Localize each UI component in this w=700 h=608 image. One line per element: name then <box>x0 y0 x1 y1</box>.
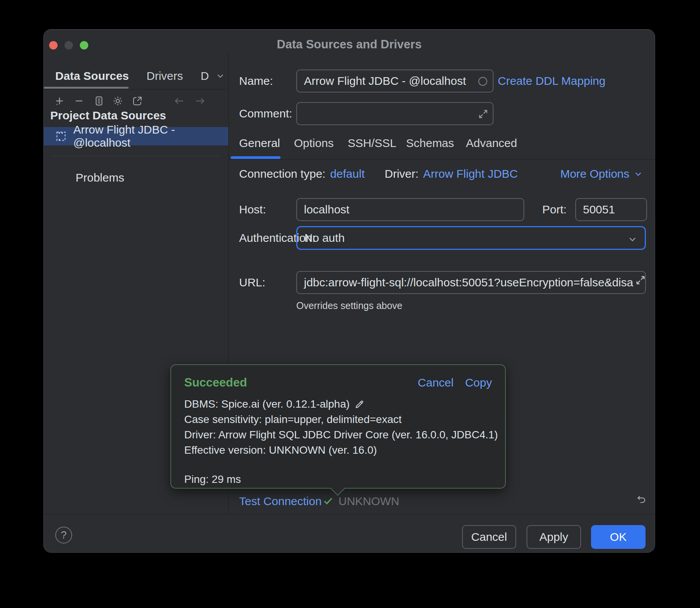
dialog-title: Data Sources and Drivers <box>44 37 655 52</box>
tab-ddl-mappings-truncated[interactable]: D <box>201 69 209 83</box>
tab-drivers[interactable]: Drivers <box>147 69 183 83</box>
cancel-button[interactable]: Cancel <box>462 525 516 549</box>
data-sources-dialog: Data Sources and Drivers Data Sources Dr… <box>43 29 655 553</box>
sidebar-item-problems[interactable]: Problems <box>76 171 124 185</box>
url-value: jdbc:arrow-flight-sql://localhost:50051?… <box>304 276 633 289</box>
apply-button[interactable]: Apply <box>527 525 581 549</box>
driver-label: Driver: <box>385 167 418 180</box>
ok-button[interactable]: OK <box>591 525 646 549</box>
host-label: Host: <box>239 203 266 216</box>
check-icon <box>322 495 334 507</box>
footer-divider <box>44 514 655 514</box>
tab-general[interactable]: General <box>239 136 280 150</box>
url-input[interactable]: jdbc:arrow-flight-sql://localhost:50051?… <box>296 271 646 294</box>
authentication-select[interactable]: No auth <box>296 226 646 250</box>
back-arrow-icon[interactable] <box>173 94 186 107</box>
connection-status-text: UNKNOWN <box>338 494 399 508</box>
comment-input[interactable] <box>296 102 494 125</box>
help-button[interactable]: ? <box>55 527 72 544</box>
data-source-icon <box>55 131 67 142</box>
tab-ssh-ssl[interactable]: SSH/SSL <box>348 136 396 150</box>
name-label: Name: <box>239 74 273 88</box>
host-input[interactable]: localhost <box>296 198 524 221</box>
create-ddl-mapping-link[interactable]: Create DDL Mapping <box>498 74 606 88</box>
expand-comment-icon[interactable] <box>477 108 489 120</box>
add-data-source-icon[interactable] <box>53 94 66 107</box>
chevron-down-icon <box>627 234 638 245</box>
test-connection-result-popup: Succeeded Cancel Copy DBMS: Spice.ai (ve… <box>170 364 506 489</box>
url-hint: Overrides settings above <box>296 299 403 312</box>
test-connection-link[interactable]: Test Connection <box>239 494 322 508</box>
data-source-name: Arrow Flight JDBC - @localhost <box>73 123 228 149</box>
popup-driver-line: Driver: Arrow Flight SQL JDBC Driver Cor… <box>184 427 492 443</box>
duplicate-icon[interactable] <box>92 94 106 107</box>
port-label: Port: <box>542 203 566 216</box>
forward-arrow-icon[interactable] <box>193 94 206 107</box>
url-label: URL: <box>239 276 265 289</box>
revert-undo-icon[interactable] <box>635 493 648 506</box>
sidebar-tabs: Data Sources Drivers D <box>55 67 225 85</box>
popup-version-line: Effective version: UNKNOWN (ver. 16.0) <box>184 443 492 458</box>
tab-schemas[interactable]: Schemas <box>406 136 454 150</box>
popup-ping-line: Ping: 29 ms <box>184 472 492 487</box>
expand-url-icon[interactable] <box>635 274 646 286</box>
sidebar-section-header: Project Data Sources <box>50 109 166 122</box>
sidebar-tabs-divider <box>44 89 228 89</box>
active-tab-underline <box>44 87 129 89</box>
port-input[interactable]: 50051 <box>575 198 647 221</box>
settings-gear-icon[interactable] <box>111 94 124 107</box>
more-options-link[interactable]: More Options <box>560 167 643 181</box>
comment-label: Comment: <box>239 107 292 121</box>
remove-data-source-icon[interactable] <box>73 94 86 107</box>
open-in-window-icon[interactable] <box>131 94 144 107</box>
popup-copy-link[interactable]: Copy <box>465 376 492 389</box>
popup-case-line: Case sensitivity: plain=upper, delimited… <box>184 412 492 427</box>
tab-advanced[interactable]: Advanced <box>466 136 517 150</box>
port-value: 50051 <box>583 203 615 216</box>
authentication-value: No auth <box>304 231 345 245</box>
popup-cancel-link[interactable]: Cancel <box>418 376 454 389</box>
chevron-down-icon <box>633 169 643 179</box>
name-value: Arrow Flight JDBC - @localhost <box>304 74 466 88</box>
name-progress-circle-icon <box>477 76 488 87</box>
data-source-list-item-selected[interactable]: Arrow Flight JDBC - @localhost <box>44 127 228 145</box>
connection-type-value-link[interactable]: default <box>330 167 365 180</box>
connection-type-row: Connection type: default Driver: Arrow F… <box>239 167 518 181</box>
tab-data-sources[interactable]: Data Sources <box>55 69 129 83</box>
form-tabs-divider <box>229 159 655 160</box>
active-form-tab-underline <box>231 156 281 159</box>
chevron-down-icon[interactable] <box>215 71 225 81</box>
driver-value-link[interactable]: Arrow Flight JDBC <box>423 167 518 180</box>
name-input[interactable]: Arrow Flight JDBC - @localhost <box>296 69 494 93</box>
popup-dbms-line: DBMS: Spice.ai (ver. 0.12.1-alpha) <box>184 397 492 412</box>
edit-pencil-icon[interactable] <box>354 399 365 410</box>
connection-type-label: Connection type: <box>239 167 325 180</box>
sidebar-separator <box>50 156 221 156</box>
tab-options[interactable]: Options <box>294 136 333 150</box>
host-value: localhost <box>304 203 349 216</box>
status-succeeded: Succeeded <box>184 376 247 390</box>
help-question-mark: ? <box>61 529 67 541</box>
